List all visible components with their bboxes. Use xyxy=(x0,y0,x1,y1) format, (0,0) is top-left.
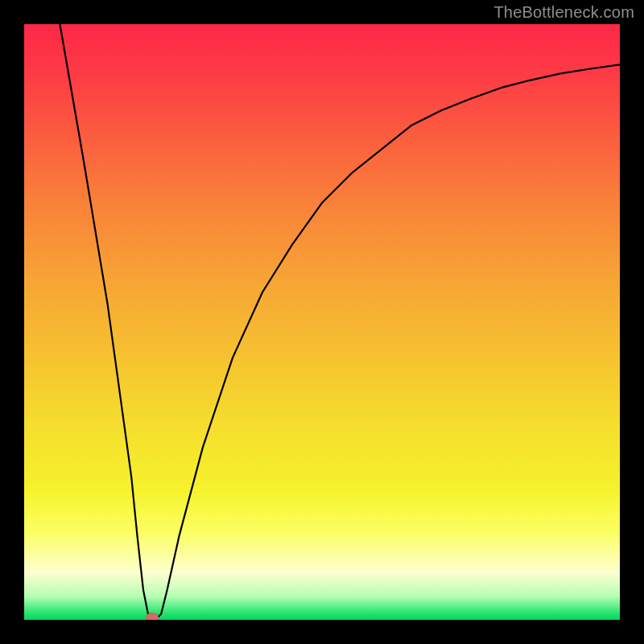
watermark-text: TheBottleneck.com xyxy=(493,3,634,22)
bottleneck-curve xyxy=(60,24,620,620)
chart-frame: TheBottleneck.com xyxy=(0,0,644,644)
curve-layer xyxy=(24,24,620,620)
plot-area xyxy=(24,24,620,620)
